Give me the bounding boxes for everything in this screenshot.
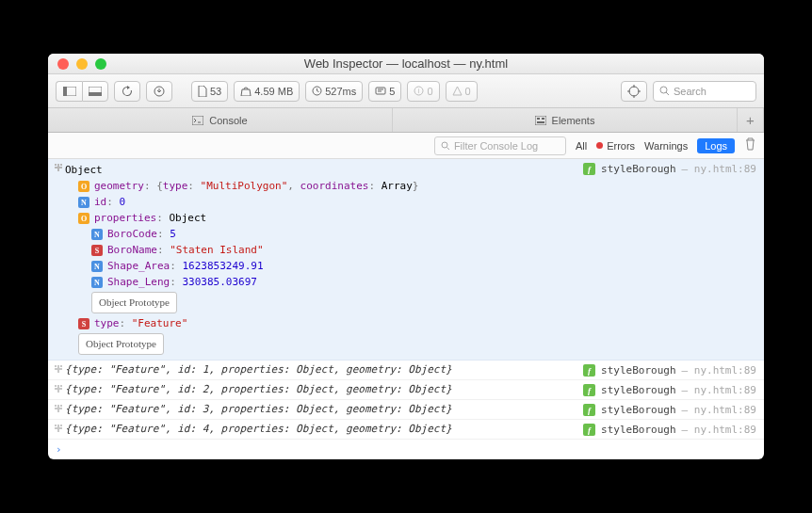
- object-head[interactable]: Object: [65, 162, 583, 178]
- window-title: Web Inspector — localhost — ny.html: [48, 56, 764, 71]
- console-row[interactable]: {type: "Feature", id: 1, properties: Obj…: [48, 361, 764, 380]
- errors-stat[interactable]: 0: [446, 81, 478, 102]
- object-preview: {type: "Feature", id: 2, properties: Obj…: [65, 383, 583, 396]
- svg-point-16: [442, 142, 447, 148]
- clock-icon: [312, 86, 322, 96]
- field-boroname[interactable]: SBoroName: "Staten Island": [65, 242, 583, 258]
- svg-rect-23: [55, 365, 57, 367]
- object-tree: Object Ogeometry: {type: "MultiPolygon",…: [65, 162, 583, 357]
- svg-rect-18: [55, 167, 62, 168]
- object-preview: {type: "Feature", id: 3, properties: Obj…: [65, 403, 583, 416]
- source-link[interactable]: f styleBorough — ny.html:89: [583, 162, 756, 175]
- source-link[interactable]: fstyleBorough— ny.html:89: [583, 423, 756, 436]
- function-badge-icon: f: [583, 163, 595, 175]
- svg-point-10: [660, 87, 667, 93]
- search-input[interactable]: Search: [653, 81, 756, 102]
- console-prompt[interactable]: ›: [48, 440, 764, 459]
- console-row[interactable]: {type: "Feature", id: 4, properties: Obj…: [48, 420, 764, 440]
- filter-input[interactable]: Filter Console Log: [434, 136, 566, 155]
- function-badge-icon: f: [583, 384, 595, 396]
- svg-rect-24: [60, 365, 62, 367]
- string-badge-icon: S: [91, 245, 103, 256]
- number-badge-icon: N: [91, 261, 103, 272]
- time-stat[interactable]: 527ms: [305, 81, 363, 102]
- toolbar: 53 4.59 MB 527ms 5 i 0 0 Search: [48, 74, 764, 108]
- string-badge-icon: S: [78, 318, 89, 329]
- svg-rect-11: [192, 116, 203, 125]
- field-type[interactable]: Stype: "Feature": [65, 315, 583, 331]
- elements-icon: [535, 116, 546, 125]
- svg-rect-13: [537, 118, 540, 120]
- source-link[interactable]: fstyleBorough— ny.html:89: [583, 383, 756, 396]
- field-shapeleng[interactable]: NShape_Leng: 330385.03697: [65, 274, 583, 290]
- console-content: Object Ogeometry: {type: "MultiPolygon",…: [48, 159, 764, 459]
- svg-point-9: [629, 87, 639, 96]
- svg-rect-1: [63, 87, 67, 96]
- reload-button[interactable]: [114, 81, 140, 102]
- function-badge-icon: f: [583, 364, 595, 377]
- tab-elements[interactable]: Elements: [393, 108, 738, 132]
- svg-rect-36: [60, 425, 62, 426]
- svg-rect-30: [55, 408, 62, 409]
- filter-logs[interactable]: Logs: [697, 138, 735, 153]
- prototype-button[interactable]: Object Prototype: [91, 292, 177, 313]
- field-properties[interactable]: Oproperties: Object: [65, 210, 583, 226]
- field-shapearea[interactable]: NShape_Area: 1623853249.91: [65, 258, 583, 274]
- tab-console[interactable]: Console: [48, 108, 393, 132]
- console-row-expanded[interactable]: Object Ogeometry: {type: "MultiPolygon",…: [48, 159, 764, 361]
- resources-stat[interactable]: 53: [191, 81, 228, 102]
- console-icon: [192, 116, 203, 125]
- titlebar: Web Inspector — localhost — ny.html: [48, 54, 764, 74]
- svg-rect-32: [60, 405, 62, 407]
- object-preview: {type: "Feature", id: 1, properties: Obj…: [65, 363, 583, 377]
- field-id[interactable]: Nid: 0: [65, 194, 583, 210]
- error-dot-icon: [596, 142, 603, 149]
- dock-bottom-button[interactable]: [82, 81, 108, 102]
- log-level-icon: [52, 423, 65, 436]
- clear-button[interactable]: [744, 137, 756, 153]
- dock-left-button[interactable]: [56, 81, 82, 102]
- svg-rect-15: [542, 118, 544, 120]
- log-level-icon: [52, 162, 65, 172]
- reload-icon: [122, 86, 133, 97]
- source-link[interactable]: fstyleBorough— ny.html:89: [583, 363, 756, 377]
- svg-rect-28: [60, 385, 62, 387]
- log-level-icon: [52, 383, 65, 396]
- filter-all[interactable]: All: [576, 140, 587, 152]
- filterbar: Filter Console Log All Errors Warnings L…: [48, 133, 764, 159]
- prototype-button[interactable]: Object Prototype: [78, 333, 164, 355]
- field-borocode[interactable]: NBoroCode: 5: [65, 226, 583, 242]
- svg-rect-27: [55, 385, 57, 387]
- console-row[interactable]: {type: "Feature", id: 2, properties: Obj…: [48, 380, 764, 400]
- filter-errors[interactable]: Errors: [596, 140, 635, 152]
- inspect-button[interactable]: [621, 81, 647, 102]
- number-badge-icon: N: [91, 229, 103, 240]
- svg-rect-34: [55, 427, 62, 429]
- tabbar: Console Elements +: [48, 108, 764, 133]
- svg-text:i: i: [418, 88, 420, 94]
- crosshair-icon: [627, 85, 641, 98]
- object-badge-icon: O: [78, 213, 89, 224]
- trash-icon: [744, 137, 756, 151]
- svg-rect-12: [535, 116, 546, 125]
- number-badge-icon: N: [78, 197, 89, 208]
- source-link[interactable]: fstyleBorough— ny.html:89: [583, 403, 756, 416]
- svg-rect-31: [55, 405, 57, 407]
- info-icon: i: [414, 86, 424, 96]
- weight-icon: [240, 87, 252, 96]
- filter-warnings[interactable]: Warnings: [644, 140, 688, 152]
- tab-add[interactable]: +: [738, 108, 764, 132]
- document-icon: [198, 86, 207, 97]
- svg-rect-14: [537, 121, 544, 123]
- info-stat[interactable]: i 0: [407, 81, 439, 102]
- console-row[interactable]: {type: "Feature", id: 3, properties: Obj…: [48, 400, 764, 420]
- field-geometry[interactable]: Ogeometry: {type: "MultiPolygon", coordi…: [65, 178, 583, 194]
- object-badge-icon: O: [78, 181, 89, 192]
- size-stat[interactable]: 4.59 MB: [234, 81, 300, 102]
- download-button[interactable]: [146, 81, 172, 102]
- log-level-icon: [52, 363, 65, 377]
- search-icon: [441, 141, 450, 151]
- search-icon: [659, 86, 670, 96]
- messages-stat[interactable]: 5: [368, 81, 401, 102]
- svg-rect-3: [89, 92, 102, 96]
